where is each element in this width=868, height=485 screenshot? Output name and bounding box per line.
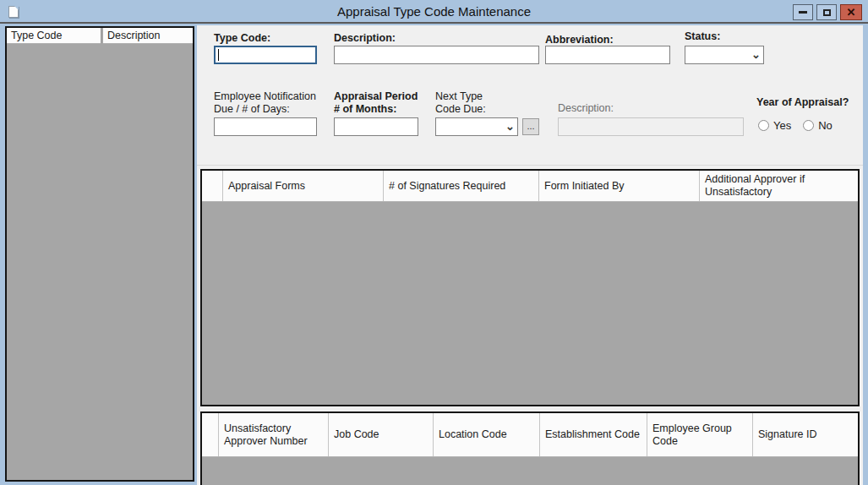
appraisal-forms-grid: Appraisal Forms # of Signatures Required… (200, 169, 860, 406)
type-code-list-panel: Type Code Description (5, 26, 194, 482)
radio-no-label: No (818, 119, 833, 132)
maximize-icon (823, 9, 831, 16)
description-input[interactable] (334, 46, 539, 64)
approver-grid-body[interactable] (202, 457, 858, 485)
column-header-employee-group-code[interactable]: Employee Group Code (647, 413, 753, 456)
employee-notification-label: Employee Notification Due / # of Days: (214, 90, 316, 116)
column-header-additional-approver[interactable]: Additional Approver if Unsatisfactory (700, 171, 858, 201)
abbreviation-label: Abbreviation: (545, 34, 614, 46)
next-type-code-select[interactable]: ⌄ (435, 117, 518, 136)
type-code-input[interactable] (214, 46, 317, 64)
chevron-down-icon: ⌄ (505, 118, 515, 135)
column-header-location-code[interactable]: Location Code (434, 413, 540, 456)
close-button[interactable]: ✕ (840, 4, 862, 20)
appraisal-period-label: Appraisal Period # of Months: (334, 90, 418, 116)
type-code-list-header: Type Code Description (7, 28, 193, 44)
row-selector-header (202, 413, 219, 456)
minimize-icon (799, 11, 807, 14)
column-header-signature-id[interactable]: Signature ID (753, 413, 858, 456)
radio-icon (758, 120, 769, 131)
column-header-signatures-required[interactable]: # of Signatures Required (384, 171, 539, 201)
column-header-description[interactable]: Description (103, 28, 193, 44)
minimize-button[interactable] (793, 4, 813, 20)
type-code-label: Type Code: (214, 32, 270, 44)
next-description-input (558, 117, 744, 136)
row-selector-header (202, 171, 223, 201)
employee-notification-input[interactable] (214, 117, 317, 136)
chevron-down-icon: ⌄ (751, 46, 761, 63)
status-select[interactable]: ⌄ (685, 46, 764, 64)
window-title: Appraisal Type Code Maintenance (0, 0, 868, 24)
radio-icon (803, 120, 814, 131)
status-label: Status: (685, 30, 720, 42)
next-description-label: Description: (558, 102, 614, 114)
column-header-unsatisfactory-approver-number[interactable]: Unsatisfactory Approver Number (219, 413, 329, 456)
form-area: Type Code: Description: Abbreviation: St… (197, 25, 863, 166)
appraisal-forms-grid-body[interactable] (202, 202, 858, 405)
approver-grid-header: Unsatisfactory Approver Number Job Code … (202, 413, 858, 457)
column-header-form-initiated-by[interactable]: Form Initiated By (539, 171, 700, 201)
column-header-type-code[interactable]: Type Code (7, 28, 101, 44)
description-label: Description: (334, 32, 396, 44)
radio-yes[interactable]: Yes (758, 119, 791, 132)
appraisal-forms-grid-header: Appraisal Forms # of Signatures Required… (202, 171, 858, 202)
abbreviation-input[interactable] (545, 46, 670, 64)
appraisal-period-input[interactable] (334, 117, 418, 136)
column-header-job-code[interactable]: Job Code (329, 413, 434, 456)
maximize-button[interactable] (816, 4, 837, 20)
title-bar: Appraisal Type Code Maintenance ✕ (0, 0, 868, 24)
main-content: Type Code: Description: Abbreviation: St… (197, 25, 863, 485)
approver-grid: Unsatisfactory Approver Number Job Code … (200, 411, 860, 485)
type-code-list-body[interactable] (7, 44, 193, 480)
text-caret (218, 49, 219, 61)
next-type-code-label: Next Type Code Due: (435, 90, 486, 116)
column-header-establishment-code[interactable]: Establishment Code (540, 413, 647, 456)
year-of-appraisal-label: Year of Appraisal? (756, 96, 849, 108)
year-of-appraisal-group: Yes No (758, 119, 833, 132)
column-header-appraisal-forms[interactable]: Appraisal Forms (223, 171, 384, 201)
radio-no[interactable]: No (803, 119, 833, 132)
browse-button[interactable]: ... (522, 118, 539, 135)
radio-yes-label: Yes (773, 119, 791, 132)
close-icon: ✕ (847, 7, 856, 18)
